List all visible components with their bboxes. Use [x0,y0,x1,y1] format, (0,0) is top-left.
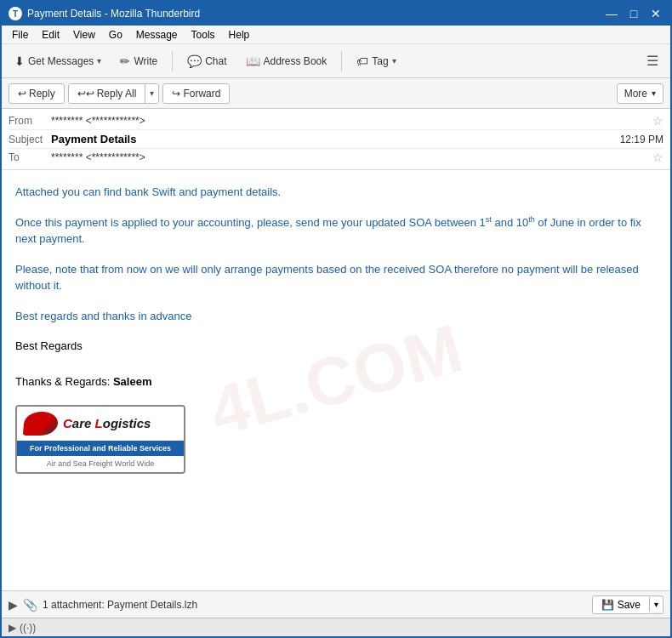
window-title: Payment Details - Mozilla Thunderbird [27,8,604,20]
more-button[interactable]: More ▾ [617,83,663,104]
to-row: To ******** <************> ☆ [9,149,663,166]
more-label: More [624,88,647,100]
app-icon: T [9,7,22,20]
email-paragraph-4: Best regards and thanks in advance [15,308,657,325]
reply-all-icon: ↩↩ [77,88,94,100]
address-book-button[interactable]: 📖 Address Book [238,50,335,72]
reply-all-label: Reply All [97,88,137,100]
hamburger-menu[interactable]: ☰ [640,49,665,72]
write-icon: ✏ [120,54,130,68]
from-label: From [9,115,51,127]
attachment-icon: 📎 [23,598,37,612]
window-controls[interactable]: — □ ✕ [604,7,663,20]
reply-all-arrow[interactable]: ▾ [145,84,158,103]
email-signature: Best Regards Thanks & Regards: Saleem Ca… [15,338,657,479]
subject-label: Subject [9,134,51,145]
subject-row: Subject Payment Details 12:19 PM [9,129,663,149]
email-content: Attached you can find bank Swift and pay… [15,184,657,324]
attachment-bar: ▶ 📎 1 attachment: Payment Details.lzh 💾 … [2,590,670,618]
address-book-icon: 📖 [246,54,260,68]
email-header: ↩ Reply ↩↩ Reply All ▾ ↪ Forward More ▾ [2,78,670,170]
reply-icon: ↩ [18,88,26,100]
more-arrow-icon: ▾ [652,88,656,98]
logo-tagline: For Professional and Reliable Services [17,441,184,456]
reply-all-split-button[interactable]: ↩↩ Reply All ▾ [68,83,160,104]
forward-button[interactable]: ↪ Forward [162,83,230,104]
bottom-status-bar: ▶ ((·)) [2,618,670,636]
email-paragraph-2: Once this payment is applied to your acc… [15,214,657,248]
wifi-icon: ((·)) [20,622,36,634]
subject-value: Payment Details [51,133,620,145]
menu-file[interactable]: File [5,27,35,43]
chat-label: Chat [205,55,226,67]
menu-view[interactable]: View [66,27,102,43]
email-body[interactable]: 4L.COM Attached you can find bank Swift … [2,170,670,590]
forward-label: Forward [183,88,220,100]
menu-bar: File Edit View Go Message Tools Help [2,26,670,44]
get-messages-arrow[interactable]: ▾ [97,56,101,66]
get-messages-button[interactable]: ⬇ Get Messages ▾ [7,50,109,72]
menu-message[interactable]: Message [129,27,185,43]
write-label: Write [134,55,157,67]
expand-icon[interactable]: ▶ [9,598,18,612]
save-split-button[interactable]: 💾 Save ▾ [592,595,663,614]
save-label: Save [618,599,641,611]
logo-sub: Air and Sea Freight World Wide [17,456,184,471]
get-messages-icon: ⬇ [14,54,25,68]
close-button[interactable]: ✕ [648,7,663,20]
tag-arrow[interactable]: ▾ [392,56,396,66]
menu-go[interactable]: Go [102,27,129,43]
reply-label: Reply [29,88,55,100]
write-button[interactable]: ✏ Write [112,50,165,72]
menu-help[interactable]: Help [222,27,257,43]
main-toolbar: ⬇ Get Messages ▾ ✏ Write 💬 Chat 📖 Addres… [2,44,670,78]
tag-button[interactable]: 🏷 Tag ▾ [349,50,403,72]
attachment-text: 1 attachment: Payment Details.lzh [43,599,587,611]
tag-label: Tag [372,55,388,67]
to-value: ******** <************> [51,151,649,163]
email-time: 12:19 PM [620,134,663,145]
logo-top: Care Logistics [17,407,184,441]
sig-thanks: Thanks & Regards: Saleem [15,373,657,391]
email-paragraph-3: Please, note that from now on we will on… [15,261,657,294]
from-row: From ******** <************> ☆ [9,112,663,129]
menu-tools[interactable]: Tools [185,27,222,43]
sig-best-regards: Best Regards [15,338,657,356]
reply-button[interactable]: ↩ Reply [9,83,65,104]
from-star-icon[interactable]: ☆ [652,114,663,128]
menu-edit[interactable]: Edit [35,27,66,43]
save-arrow-button[interactable]: ▾ [649,597,663,612]
email-header-fields: From ******** <************> ☆ Subject P… [2,109,670,169]
maximize-button[interactable]: □ [626,7,641,20]
save-main-button[interactable]: 💾 Save [593,596,649,613]
save-icon: 💾 [601,599,614,611]
company-logo: Care Logistics For Professional and Reli… [15,405,185,480]
logo-box: Care Logistics For Professional and Reli… [15,405,185,474]
get-messages-label: Get Messages [28,55,94,67]
toolbar-separator-1 [172,51,173,71]
address-book-label: Address Book [264,55,327,67]
to-label: To [9,151,51,163]
email-body-wrapper: 4L.COM Attached you can find bank Swift … [2,170,670,590]
reply-all-main[interactable]: ↩↩ Reply All [69,84,145,103]
forward-icon: ↪ [172,88,180,100]
tag-icon: 🏷 [356,54,368,68]
logo-company-name: Care Logistics [63,413,151,434]
toolbar-separator-2 [341,51,342,71]
status-icon: ▶ [9,622,16,634]
minimize-button[interactable]: — [604,7,619,20]
action-bar: ↩ Reply ↩↩ Reply All ▾ ↪ Forward More ▾ [2,78,670,109]
to-star-icon[interactable]: ☆ [652,151,663,164]
logo-emblem [23,412,59,436]
email-paragraph-1: Attached you can find bank Swift and pay… [15,184,657,201]
sig-name: Saleem [113,375,152,388]
chat-button[interactable]: 💬 Chat [179,50,234,72]
chat-icon: 💬 [187,54,202,68]
main-window: T Payment Details - Mozilla Thunderbird … [0,0,672,638]
from-value: ******** <************> [51,115,649,127]
title-bar: T Payment Details - Mozilla Thunderbird … [2,2,670,26]
